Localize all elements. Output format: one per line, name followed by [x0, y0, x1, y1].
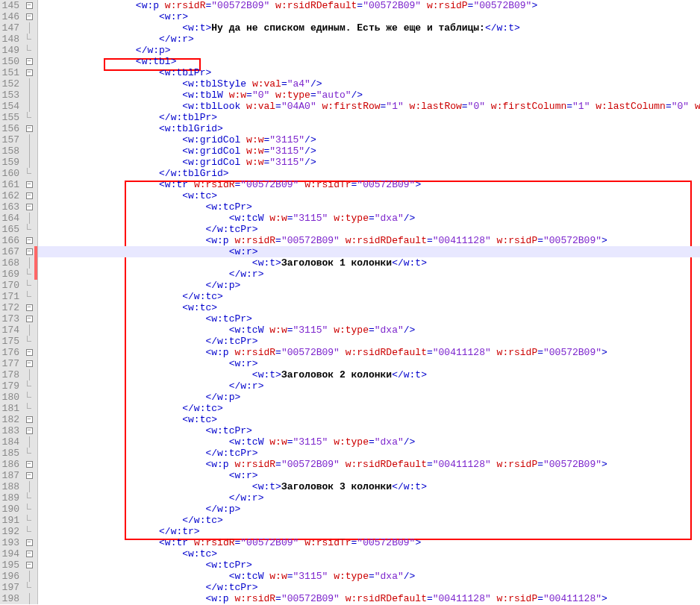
fold-toggle-icon[interactable]: [26, 13, 33, 20]
fold-toggle-icon[interactable]: [26, 58, 33, 65]
code-line[interactable]: </w:tblGrid>: [38, 168, 700, 179]
fold-column[interactable]: [24, 515, 34, 526]
fold-column[interactable]: [24, 90, 34, 101]
code-line[interactable]: <w:tblGrid>: [38, 123, 700, 134]
code-line[interactable]: </w:tcPr>: [38, 582, 700, 593]
fold-toggle-icon[interactable]: [26, 539, 33, 546]
code-line[interactable]: <w:tcW w:w="3115" w:type="dxa"/>: [38, 571, 700, 582]
code-line[interactable]: <w:tblLook w:val="04A0" w:firstRow="1" w…: [38, 101, 700, 112]
code-line[interactable]: <w:gridCol w:w="3115"/>: [38, 134, 700, 145]
fold-column[interactable]: [24, 537, 34, 548]
code-line[interactable]: </w:tc>: [38, 403, 700, 414]
fold-column[interactable]: [24, 403, 34, 414]
fold-column[interactable]: [24, 313, 34, 325]
code-line[interactable]: <w:tcPr>: [38, 559, 700, 571]
fold-column[interactable]: [24, 504, 34, 515]
fold-column[interactable]: [24, 548, 34, 559]
fold-toggle-icon[interactable]: [26, 69, 33, 76]
fold-column[interactable]: [24, 67, 34, 78]
fold-column[interactable]: [24, 0, 34, 11]
code-line[interactable]: </w:tblPr>: [38, 112, 700, 123]
fold-column[interactable]: [24, 22, 34, 34]
fold-column[interactable]: [24, 101, 34, 112]
code-line[interactable]: </w:tcPr>: [38, 224, 700, 235]
code-line[interactable]: <w:r>: [38, 11, 700, 22]
fold-toggle-icon[interactable]: [26, 304, 33, 311]
code-line[interactable]: <w:t>Заголовок 3 колонки</w:t>: [38, 481, 700, 492]
fold-toggle-icon[interactable]: [26, 427, 33, 434]
code-line[interactable]: <w:tr w:rsidR="00572B09" w:rsidTr="00572…: [38, 179, 700, 190]
code-line[interactable]: <w:tcPr>: [38, 313, 700, 325]
code-line[interactable]: <w:p w:rsidR="00572B09" w:rsidRDefault="…: [38, 593, 700, 604]
code-line[interactable]: <w:tc>: [38, 414, 700, 425]
fold-column[interactable]: [24, 336, 34, 347]
code-line[interactable]: <w:tcW w:w="3115" w:type="dxa"/>: [38, 325, 700, 336]
code-line[interactable]: </w:p>: [38, 45, 700, 56]
code-line[interactable]: </w:r>: [38, 34, 700, 45]
code-line[interactable]: <w:t>Ну да не списком единым. Есть же ещ…: [38, 22, 700, 34]
code-area[interactable]: <w:p w:rsidR="00572B09" w:rsidRDefault="…: [38, 0, 700, 604]
fold-column[interactable]: [24, 157, 34, 168]
fold-column[interactable]: [24, 347, 34, 358]
fold-toggle-icon[interactable]: [26, 416, 33, 423]
fold-column[interactable]: [24, 470, 34, 481]
fold-column[interactable]: [24, 213, 34, 224]
code-line[interactable]: <w:gridCol w:w="3115"/>: [38, 157, 700, 168]
code-line[interactable]: <w:t>Заголовок 1 колонки</w:t>: [38, 257, 700, 269]
fold-column[interactable]: [24, 526, 34, 537]
code-line[interactable]: </w:p>: [38, 392, 700, 403]
code-line[interactable]: <w:tc>: [38, 548, 700, 559]
fold-column[interactable]: [24, 145, 34, 157]
code-line[interactable]: </w:r>: [38, 269, 700, 280]
fold-column[interactable]: [24, 325, 34, 336]
code-line[interactable]: <w:p w:rsidR="00572B09" w:rsidRDefault="…: [38, 0, 700, 11]
fold-column[interactable]: [24, 45, 34, 56]
code-line[interactable]: <w:tblPr>: [38, 67, 700, 78]
fold-column[interactable]: [24, 414, 34, 425]
code-line[interactable]: <w:tc>: [38, 302, 700, 313]
fold-column[interactable]: [24, 190, 34, 201]
code-line[interactable]: <w:gridCol w:w="3115"/>: [38, 145, 700, 157]
fold-column[interactable]: [24, 571, 34, 582]
fold-column[interactable]: [24, 201, 34, 213]
fold-toggle-icon[interactable]: [26, 204, 33, 210]
code-line[interactable]: </w:tc>: [38, 291, 700, 302]
code-line[interactable]: <w:tcW w:w="3115" w:type="dxa"/>: [38, 436, 700, 448]
fold-column[interactable]: [24, 291, 34, 302]
fold-toggle-icon[interactable]: [26, 562, 33, 568]
fold-column[interactable]: [24, 34, 34, 45]
fold-column[interactable]: [24, 134, 34, 145]
code-line[interactable]: <w:tblStyle w:val="a4"/>: [38, 78, 700, 90]
fold-column[interactable]: [24, 78, 34, 90]
fold-column[interactable]: [24, 559, 34, 571]
fold-toggle-icon[interactable]: [26, 461, 33, 468]
fold-toggle-icon[interactable]: [26, 472, 33, 479]
fold-column[interactable]: [24, 593, 34, 604]
fold-column[interactable]: [24, 481, 34, 492]
fold-column[interactable]: [24, 11, 34, 22]
code-line[interactable]: <w:tr w:rsidR="00572B09" w:rsidTr="00572…: [38, 537, 700, 548]
fold-column[interactable]: [24, 392, 34, 403]
fold-column[interactable]: [24, 280, 34, 291]
code-line[interactable]: </w:tcPr>: [38, 336, 700, 347]
fold-column[interactable]: [24, 436, 34, 448]
code-line[interactable]: </w:r>: [38, 492, 700, 504]
code-line[interactable]: <w:tc>: [38, 190, 700, 201]
fold-column[interactable]: [24, 123, 34, 134]
fold-toggle-icon[interactable]: [26, 316, 33, 322]
code-line[interactable]: <w:p w:rsidR="00572B09" w:rsidRDefault="…: [38, 347, 700, 358]
fold-column[interactable]: [24, 56, 34, 67]
code-line[interactable]: <w:tbl>: [38, 56, 700, 67]
fold-toggle-icon[interactable]: [26, 360, 33, 367]
code-line[interactable]: <w:p w:rsidR="00572B09" w:rsidRDefault="…: [38, 459, 700, 470]
code-line[interactable]: <w:r>: [38, 358, 700, 369]
fold-toggle-icon[interactable]: [26, 125, 33, 132]
code-line[interactable]: <w:tblW w:w="0" w:type="auto"/>: [38, 90, 700, 101]
fold-column[interactable]: [24, 302, 34, 313]
fold-column[interactable]: [24, 448, 34, 459]
code-line[interactable]: </w:tcPr>: [38, 448, 700, 459]
fold-toggle-icon[interactable]: [26, 2, 33, 9]
fold-toggle-icon[interactable]: [26, 349, 33, 356]
fold-toggle-icon[interactable]: [26, 181, 33, 188]
fold-column[interactable]: [24, 168, 34, 179]
